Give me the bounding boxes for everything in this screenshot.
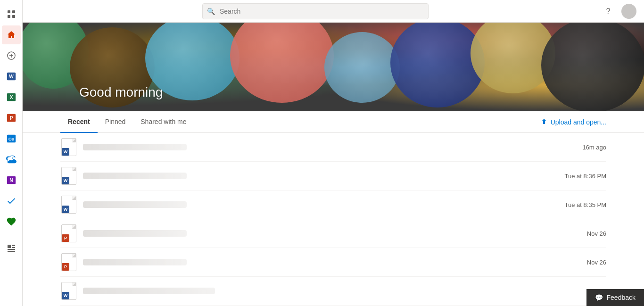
heart-icon: [6, 216, 17, 227]
topbar-right: ?: [601, 4, 636, 19]
file-name-blurred: [83, 144, 187, 150]
sidebar-item-apps[interactable]: [2, 5, 21, 24]
feedback-chat-icon: 💬: [595, 294, 603, 301]
svg-rect-15: [8, 245, 11, 248]
ppt-badge: P: [62, 234, 69, 242]
add-icon: [7, 51, 16, 60]
tabs-bar: Recent Pinned Shared with me Upload and …: [23, 111, 644, 133]
sidebar-item-word[interactable]: W: [2, 67, 21, 86]
svg-text:X: X: [9, 95, 13, 100]
file-row[interactable]: W Nov 20: [60, 277, 606, 306]
word-icon: W: [6, 71, 17, 82]
file-row[interactable]: W Tue at 8:36 PM: [60, 162, 606, 190]
file-name-area: [83, 230, 525, 237]
excel-icon: X: [6, 92, 17, 102]
file-row[interactable]: W Tue at 8:35 PM: [60, 190, 606, 219]
hero-greeting: Good morning: [79, 85, 163, 100]
hero-banner: Good morning: [23, 23, 644, 111]
todo-icon: [6, 196, 17, 206]
file-row[interactable]: P Nov 26: [60, 248, 606, 277]
sidebar-item-viva[interactable]: [2, 212, 21, 231]
tabs-left: Recent Pinned Shared with me: [60, 111, 194, 132]
svg-rect-3: [12, 15, 15, 18]
upload-open-button[interactable]: Upload and open...: [540, 115, 606, 130]
paint-can-4: [230, 23, 334, 103]
svg-text:P: P: [9, 116, 13, 121]
help-button[interactable]: ?: [601, 4, 616, 19]
svg-text:N: N: [9, 178, 13, 183]
file-name-blurred: [83, 173, 187, 179]
apps-icon: [7, 9, 16, 19]
file-name-blurred: [83, 201, 187, 208]
file-icon-word: W: [60, 281, 77, 300]
content-area: Recent Pinned Shared with me Upload and …: [23, 111, 644, 306]
sidebar-item-onedrive[interactable]: [2, 150, 21, 169]
svg-text:W: W: [9, 74, 14, 79]
file-name-area: [83, 173, 525, 179]
paint-can-6: [390, 23, 485, 108]
word-badge: W: [62, 206, 69, 213]
feedback-button[interactable]: 💬 Feedback: [586, 289, 644, 306]
file-time: Tue at 8:36 PM: [531, 173, 606, 180]
search-input[interactable]: [202, 3, 429, 19]
file-name-blurred: [83, 288, 215, 294]
file-row[interactable]: W 16m ago: [60, 133, 606, 162]
onenote-icon: N: [6, 175, 17, 185]
tab-pinned[interactable]: Pinned: [98, 111, 133, 133]
svg-rect-17: [12, 247, 15, 248]
svg-text:Ou: Ou: [8, 137, 14, 141]
svg-rect-2: [8, 15, 10, 18]
svg-rect-18: [8, 249, 15, 250]
file-icon-word: W: [60, 195, 77, 214]
svg-rect-16: [12, 245, 15, 246]
sidebar-item-excel[interactable]: X: [2, 88, 21, 107]
sidebar-item-new[interactable]: [2, 46, 21, 65]
file-time: Nov 26: [531, 230, 606, 237]
feedback-label: Feedback: [607, 294, 636, 301]
file-icon-word: W: [60, 166, 77, 185]
templates-icon: [7, 244, 16, 253]
file-time: Nov 26: [531, 259, 606, 266]
word-badge: W: [62, 292, 69, 299]
upload-icon: [540, 118, 548, 126]
sidebar-item-templates[interactable]: [2, 239, 21, 258]
file-time: Tue at 8:35 PM: [531, 201, 606, 208]
tab-recent[interactable]: Recent: [60, 111, 98, 133]
sidebar: W X P Ou N: [0, 0, 23, 306]
paint-can-5: [324, 32, 400, 103]
topbar: 🔍 ?: [23, 0, 644, 23]
svg-rect-19: [8, 251, 15, 252]
outlook-icon: Ou: [6, 133, 17, 144]
paint-can-8: [541, 23, 644, 111]
sidebar-divider: [4, 235, 19, 235]
avatar[interactable]: [621, 4, 636, 19]
file-name-area: [83, 288, 525, 294]
ppt-badge: P: [62, 263, 69, 271]
file-time: 16m ago: [531, 144, 606, 151]
word-badge: W: [62, 177, 69, 184]
upload-label: Upload and open...: [551, 118, 606, 126]
file-name-blurred: [83, 259, 187, 265]
sidebar-item-powerpoint[interactable]: P: [2, 108, 21, 127]
file-name-blurred: [83, 230, 187, 237]
file-list: W 16m ago W Tue at 8:36 PM: [23, 133, 644, 306]
sidebar-item-outlook[interactable]: Ou: [2, 129, 21, 148]
search-icon: 🔍: [207, 8, 215, 15]
main-content: 🔍 ? Good morning: [23, 0, 644, 306]
onedrive-icon: [6, 155, 17, 164]
file-name-area: [83, 201, 525, 208]
sidebar-item-onenote[interactable]: N: [2, 171, 21, 190]
tab-shared[interactable]: Shared with me: [133, 111, 194, 133]
sidebar-item-home[interactable]: [2, 25, 21, 44]
svg-rect-1: [12, 10, 15, 13]
file-row[interactable]: P Nov 26: [60, 219, 606, 248]
file-icon-word: W: [60, 138, 77, 157]
sidebar-item-todo[interactable]: [2, 191, 21, 210]
svg-rect-0: [8, 10, 10, 13]
file-name-area: [83, 144, 525, 150]
word-badge: W: [62, 148, 69, 156]
home-icon: [7, 30, 16, 40]
file-icon-ppt: P: [60, 253, 77, 272]
file-name-area: [83, 259, 525, 265]
search-bar: 🔍: [202, 3, 429, 19]
